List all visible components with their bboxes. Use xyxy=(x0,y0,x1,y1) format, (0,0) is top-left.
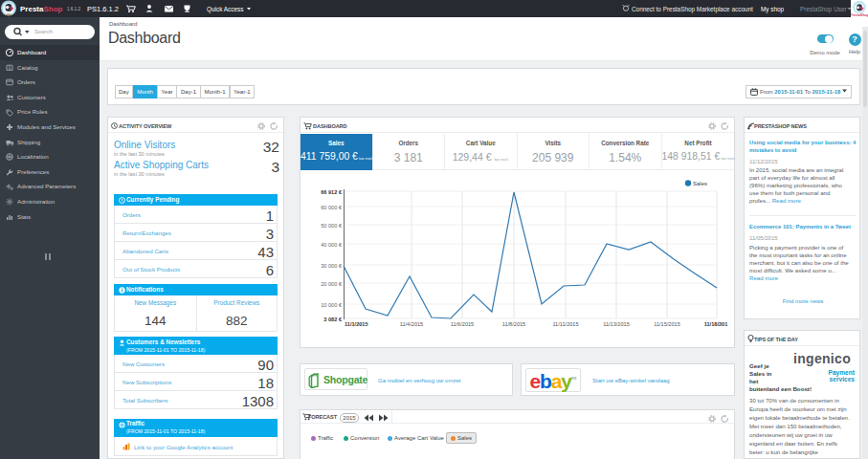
svg-text:11/8/2015: 11/8/2015 xyxy=(502,321,525,327)
svg-text:60 000 €: 60 000 € xyxy=(321,205,343,210)
svg-text:66 912 €: 66 912 € xyxy=(321,189,343,195)
svg-text:10 000 €: 10 000 € xyxy=(321,302,343,308)
svg-text:3 082 €: 3 082 € xyxy=(323,317,343,322)
svg-text:11/11/2015: 11/11/2015 xyxy=(552,321,578,327)
svg-text:11/15/2015: 11/15/2015 xyxy=(654,321,680,327)
svg-text:50 000 €: 50 000 € xyxy=(321,223,343,229)
svg-text:11/1/2015: 11/1/2015 xyxy=(345,321,368,327)
svg-text:PrestaShop: PrestaShop xyxy=(20,5,63,13)
svg-text:30 000 €: 30 000 € xyxy=(321,263,343,269)
svg-text:PrestaShop User: PrestaShop User xyxy=(800,6,848,13)
svg-text:Quick Access: Quick Access xyxy=(207,6,243,13)
svg-text:11/18/201: 11/18/201 xyxy=(704,321,728,327)
svg-text:11/6/2015: 11/6/2015 xyxy=(451,321,474,327)
svg-text:11/13/2015: 11/13/2015 xyxy=(603,321,630,327)
svg-text:1.6.1.2: 1.6.1.2 xyxy=(67,7,80,11)
svg-text:20 000 €: 20 000 € xyxy=(321,281,343,287)
svg-text:11/4/2015: 11/4/2015 xyxy=(400,321,423,327)
svg-text:40 000 €: 40 000 € xyxy=(321,242,343,248)
svg-text:My shop: My shop xyxy=(761,6,785,13)
svg-text:Sales: Sales xyxy=(693,181,707,186)
svg-text:Connect to PrestaShop Marketpl: Connect to PrestaShop Marketplace accoun… xyxy=(632,6,753,13)
svg-text:PS1.6.1.2: PS1.6.1.2 xyxy=(87,5,119,13)
